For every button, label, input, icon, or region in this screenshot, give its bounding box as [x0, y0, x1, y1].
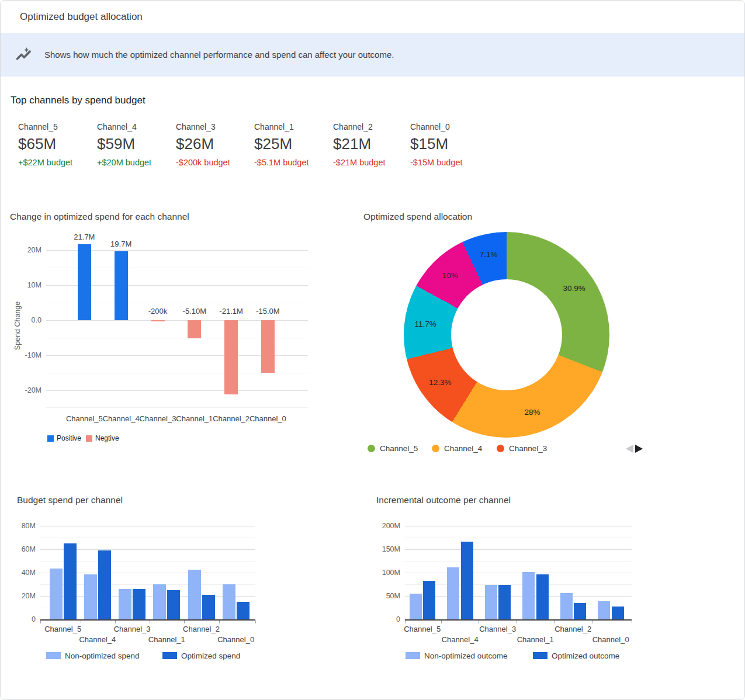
channel-card: Channel_4$59M+$20M budget: [97, 122, 175, 167]
bar-Channel_2[interactable]: [560, 593, 573, 619]
bar-Channel_2[interactable]: [224, 320, 238, 394]
legend-dot: [497, 445, 504, 452]
channel-name: Channel_4: [97, 122, 175, 131]
bar-Channel_3[interactable]: [151, 320, 165, 321]
category-label: Channel_1: [174, 414, 216, 424]
legend-dot: [368, 445, 375, 452]
gridline-minor: [405, 561, 632, 562]
bar-Channel_1[interactable]: [167, 590, 180, 619]
category-label: Channel_1: [143, 635, 190, 644]
channel-name: Channel_3: [176, 122, 254, 131]
category-label: Channel_0: [587, 635, 634, 644]
y-tick-label: -20M: [1, 386, 41, 394]
channel-spend-value: $26M: [176, 135, 254, 153]
gridline-minor: [40, 538, 255, 538]
bar-Channel_5[interactable]: [423, 581, 435, 619]
bar-Channel_3[interactable]: [485, 585, 497, 619]
legend-swatch: [533, 652, 548, 659]
gridline-major: [405, 549, 632, 550]
x-axis-tick: [517, 621, 517, 623]
bar-Channel_2[interactable]: [188, 570, 201, 619]
bar-Channel_4[interactable]: [447, 567, 459, 619]
bar-Channel_0[interactable]: [612, 607, 624, 619]
channel-budget-change: +$22M budget: [18, 158, 96, 167]
y-tick-label: 20M: [17, 592, 36, 600]
legend-swatch: [46, 652, 61, 659]
legend-next-arrow-icon[interactable]: [635, 445, 643, 453]
y-tick-label: 0: [376, 615, 400, 623]
insights-icon: [15, 46, 33, 64]
bar-Channel_4[interactable]: [461, 542, 473, 619]
bar-Channel_1[interactable]: [536, 574, 549, 619]
legend-swatch: [47, 435, 54, 442]
x-axis-tick: [150, 621, 150, 623]
gridline-major: [405, 573, 632, 573]
bar-Channel_5[interactable]: [64, 543, 77, 619]
section-heading: Top channels by spend budget: [11, 95, 145, 106]
x-axis-tick: [554, 621, 555, 623]
category-label: Channel_3: [109, 625, 155, 634]
legend-label: Channel_5: [380, 444, 418, 453]
x-axis-tick: [405, 621, 406, 623]
x-axis-line: [40, 619, 255, 621]
legend-label: Non-optimized outcome: [424, 651, 508, 661]
y-tick-label: 80M: [17, 522, 36, 530]
channel-name: Channel_5: [18, 122, 96, 131]
x-axis-tick: [479, 621, 479, 623]
bar-Channel_3[interactable]: [498, 585, 511, 619]
y-tick-label: 50M: [376, 592, 400, 600]
channel-name: Channel_0: [410, 122, 488, 131]
bar-Channel_0[interactable]: [598, 601, 610, 619]
bar-Channel_1[interactable]: [522, 572, 535, 619]
legend-prev-arrow-icon[interactable]: [626, 445, 633, 453]
x-axis-tick: [184, 621, 185, 623]
category-label: Channel_1: [512, 635, 559, 644]
category-label: Channel_2: [178, 625, 225, 634]
y-tick-label: 0: [17, 615, 36, 623]
y-axis-title: Spend Change: [13, 285, 22, 367]
page-title: Optimized budget allocation: [20, 1, 143, 33]
y-tick-label: 40M: [17, 569, 36, 577]
bar-Channel_4[interactable]: [115, 251, 128, 320]
bar-value-label: 19.7M: [99, 240, 143, 248]
chart-spend-change: Change in optimized spend for each chann…: [1, 210, 339, 467]
y-tick-label: 100M: [376, 569, 400, 577]
bar-Channel_4[interactable]: [98, 550, 111, 619]
category-label: Channel_4: [100, 414, 142, 424]
legend-label: Non-optimized spend: [65, 651, 140, 661]
channel-card: Channel_0$15M-$15M budget: [410, 122, 488, 167]
bar-Channel_1[interactable]: [153, 584, 166, 619]
bar-Channel_0[interactable]: [237, 602, 250, 619]
gridline-major: [46, 390, 308, 391]
bar-Channel_0[interactable]: [261, 320, 275, 373]
bar-Channel_5[interactable]: [410, 594, 422, 619]
gridline-major: [405, 526, 632, 526]
bar-Channel_5[interactable]: [50, 569, 63, 619]
category-label: Channel_4: [74, 635, 121, 644]
bar-Channel_3[interactable]: [133, 589, 145, 619]
bar-Channel_2[interactable]: [202, 595, 215, 619]
channel-card: Channel_1$25M-$5.1M budget: [254, 122, 332, 167]
slice-label: 7.1%: [470, 249, 507, 259]
category-label: Channel_5: [63, 414, 105, 424]
bar-Channel_0[interactable]: [223, 584, 235, 619]
channel-budget-change: +$20M budget: [97, 158, 175, 167]
chart-title: Change in optimized spend for each chann…: [10, 212, 189, 222]
bar-Channel_2[interactable]: [574, 603, 586, 619]
channel-spend-value: $21M: [333, 135, 411, 153]
channel-spend-value: $15M: [410, 135, 488, 153]
x-axis-tick: [592, 621, 592, 623]
slice-label: 28%: [514, 407, 551, 417]
gridline-minor: [46, 407, 308, 408]
bar-Channel_3[interactable]: [119, 589, 131, 619]
bar-Channel_4[interactable]: [84, 574, 97, 619]
bar-Channel_5[interactable]: [78, 244, 91, 320]
x-axis-tick: [219, 621, 220, 623]
bar-Channel_1[interactable]: [188, 320, 201, 338]
gridline-major: [405, 596, 632, 597]
x-axis-line: [405, 619, 632, 621]
chart-spend-allocation: Optimized spend allocation 30.9%28%12.3%…: [363, 210, 661, 467]
channel-card: Channel_2$21M-$21M budget: [333, 122, 411, 167]
slice-label: 11.7%: [407, 319, 444, 329]
chart-incremental-outcome: Incremental outcome per channel 050M100M…: [376, 493, 657, 685]
